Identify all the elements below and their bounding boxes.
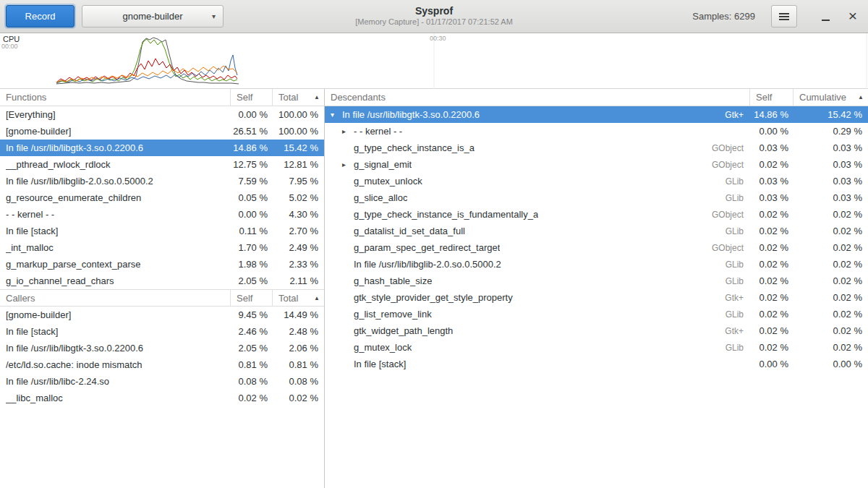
descendant-cumulative-percent: 0.03 %: [793, 159, 868, 170]
descendant-row[interactable]: gtk_style_provider_get_style_property Gt…: [325, 289, 868, 306]
descendant-row[interactable]: g_type_check_instance_is_fundamentally_a…: [325, 206, 868, 223]
main-content: Functions Self Total ▲ [Everything] 0.00…: [0, 89, 868, 488]
function-row[interactable]: __pthread_rwlock_rdlock 12.75 % 12.81 %: [0, 156, 324, 173]
callers-total-column-header[interactable]: Total ▲: [272, 290, 324, 306]
descendant-row[interactable]: g_list_remove_link GLib 0.02 % 0.02 %: [325, 306, 868, 322]
descendant-name: g_type_check_instance_is_fundamentally_a: [354, 209, 538, 220]
descendant-row[interactable]: g_mutex_lock GLib 0.02 % 0.02 %: [325, 339, 868, 356]
menu-button[interactable]: [771, 5, 797, 27]
function-self-percent: 14.86 %: [230, 142, 272, 153]
caller-row[interactable]: __libc_malloc 0.02 % 0.02 %: [0, 390, 324, 406]
function-name: [gnome-builder]: [6, 126, 71, 137]
descendant-row[interactable]: gtk_widget_path_length Gtk+ 0.02 % 0.02 …: [325, 322, 868, 339]
descendant-row[interactable]: In file [stack] 0.00 % 0.00 %: [325, 356, 868, 372]
function-name: In file [stack]: [6, 226, 58, 236]
function-row[interactable]: In file /usr/lib/libgtk-3.so.0.2200.6 14…: [0, 140, 324, 156]
caller-self-percent: 0.08 %: [230, 376, 272, 387]
record-button[interactable]: Record: [6, 5, 75, 27]
function-total-percent: 2.11 %: [272, 275, 324, 286]
descendant-self-percent: 0.02 %: [749, 342, 793, 353]
tree-expander-icon[interactable]: ▸: [342, 127, 354, 135]
callers-column-header[interactable]: Callers: [0, 290, 230, 306]
function-row[interactable]: In file [stack] 0.11 % 2.70 %: [0, 223, 324, 239]
descendant-self-percent: 0.02 %: [749, 259, 793, 270]
function-name: g_markup_parse_context_parse: [6, 259, 140, 270]
window-controls: ×: [807, 7, 862, 26]
descendants-self-column-header[interactable]: Self: [749, 89, 793, 106]
function-row[interactable]: [Everything] 0.00 % 100.00 %: [0, 106, 324, 123]
function-row[interactable]: [gnome-builder] 26.51 % 100.00 %: [0, 123, 324, 140]
functions-column-header[interactable]: Functions: [0, 89, 230, 106]
profile-target-dropdown[interactable]: gnome-builder ▾: [82, 5, 224, 27]
descendant-row[interactable]: g_hash_table_size GLib 0.02 % 0.02 %: [325, 273, 868, 289]
descendant-row[interactable]: g_slice_alloc GLib 0.03 % 0.03 %: [325, 189, 868, 206]
function-name: __pthread_rwlock_rdlock: [6, 159, 111, 170]
function-total-percent: 7.95 %: [272, 176, 324, 187]
cpu-timeline[interactable]: CPU 00:00 00:30: [0, 33, 868, 89]
descendant-self-percent: 14.86 %: [749, 109, 793, 120]
function-row[interactable]: g_resource_enumerate_children 0.05 % 5.0…: [0, 189, 324, 206]
function-name: [Everything]: [6, 109, 56, 120]
descendants-cumulative-column-header[interactable]: Cumulative ▲: [793, 89, 868, 106]
caller-row[interactable]: In file [stack] 2.46 % 2.48 %: [0, 323, 324, 340]
function-row[interactable]: g_io_channel_read_chars 2.05 % 2.11 %: [0, 273, 324, 289]
caller-row[interactable]: In file /usr/lib/libgtk-3.so.0.2200.6 2.…: [0, 340, 324, 356]
sort-indicator-icon: ▲: [314, 94, 320, 100]
caller-total-percent: 0.08 %: [272, 376, 324, 387]
descendant-cumulative-percent: 0.02 %: [793, 226, 868, 236]
caller-row[interactable]: [gnome-builder] 9.45 % 14.49 %: [0, 307, 324, 323]
descendant-row[interactable]: g_type_check_instance_is_a GObject 0.03 …: [325, 140, 868, 156]
descendant-name: g_datalist_id_set_data_full: [354, 226, 465, 236]
descendant-self-percent: 0.02 %: [749, 292, 793, 303]
library-tag: Gtk+: [718, 293, 744, 303]
descendant-self-percent: 0.02 %: [749, 275, 793, 286]
function-row[interactable]: _int_malloc 1.70 % 2.49 %: [0, 239, 324, 256]
caller-total-percent: 2.06 %: [272, 343, 324, 354]
library-tag: GLib: [718, 193, 744, 203]
descendant-row[interactable]: g_datalist_id_set_data_full GLib 0.02 % …: [325, 223, 868, 239]
descendants-column-header[interactable]: Descendants: [325, 89, 749, 106]
library-tag: GLib: [718, 276, 744, 286]
function-name: - - kernel - -: [6, 209, 54, 220]
caller-row[interactable]: In file /usr/lib/libc-2.24.so 0.08 % 0.0…: [0, 373, 324, 390]
caller-name: In file /usr/lib/libgtk-3.so.0.2200.6: [6, 343, 143, 354]
function-row[interactable]: - - kernel - - 0.00 % 4.30 %: [0, 206, 324, 223]
descendant-row[interactable]: ▾ In file /usr/lib/libgtk-3.so.0.2200.6 …: [325, 106, 868, 123]
descendant-row[interactable]: g_param_spec_get_redirect_target GObject…: [325, 239, 868, 256]
app-title: Sysprof: [355, 5, 513, 18]
descendant-cumulative-percent: 0.02 %: [793, 325, 868, 336]
window-title-box: Sysprof [Memory Capture] - 01/17/2017 07…: [355, 5, 513, 27]
close-button[interactable]: ×: [843, 7, 862, 26]
function-total-percent: 2.49 %: [272, 242, 324, 253]
function-self-percent: 26.51 %: [230, 126, 272, 137]
library-tag: GObject: [705, 160, 744, 170]
function-self-percent: 0.05 %: [230, 192, 272, 203]
functions-table-header: Functions Self Total ▲: [0, 89, 324, 106]
tree-expander-icon[interactable]: ▸: [342, 160, 354, 168]
descendant-self-percent: 0.02 %: [749, 209, 793, 220]
function-self-percent: 12.75 %: [230, 159, 272, 170]
descendant-name: gtk_style_provider_get_style_property: [354, 292, 513, 303]
tree-expander-icon[interactable]: ▾: [331, 111, 342, 119]
descendant-self-percent: 0.02 %: [749, 226, 793, 236]
descendant-cumulative-percent: 15.42 %: [793, 109, 868, 120]
callers-self-column-header[interactable]: Self: [230, 290, 272, 306]
sysprof-window: Record gnome-builder ▾ Sysprof [Memory C…: [0, 0, 868, 488]
descendant-self-percent: 0.00 %: [749, 126, 793, 137]
descendant-row[interactable]: ▸ - - kernel - - 0.00 % 0.29 %: [325, 123, 868, 140]
chevron-down-icon: ▾: [212, 12, 216, 20]
functions-self-column-header[interactable]: Self: [230, 89, 272, 106]
descendant-row[interactable]: g_mutex_unlock GLib 0.03 % 0.03 %: [325, 173, 868, 189]
descendant-row[interactable]: In file /usr/lib/libglib-2.0.so.0.5000.2…: [325, 256, 868, 273]
function-total-percent: 12.81 %: [272, 159, 324, 170]
function-name: g_resource_enumerate_children: [6, 192, 141, 203]
descendant-row[interactable]: ▸ g_signal_emit GObject 0.02 % 0.03 %: [325, 156, 868, 173]
caller-row[interactable]: /etc/ld.so.cache: inode mismatch 0.81 % …: [0, 356, 324, 373]
minimize-button[interactable]: [816, 7, 835, 26]
descendant-name: g_param_spec_get_redirect_target: [354, 242, 500, 253]
function-row[interactable]: In file /usr/lib/libglib-2.0.so.0.5000.2…: [0, 173, 324, 189]
function-self-percent: 0.00 %: [230, 209, 272, 220]
descendant-name: g_mutex_lock: [354, 342, 412, 353]
functions-total-column-header[interactable]: Total ▲: [272, 89, 324, 106]
function-row[interactable]: g_markup_parse_context_parse 1.98 % 2.33…: [0, 256, 324, 273]
